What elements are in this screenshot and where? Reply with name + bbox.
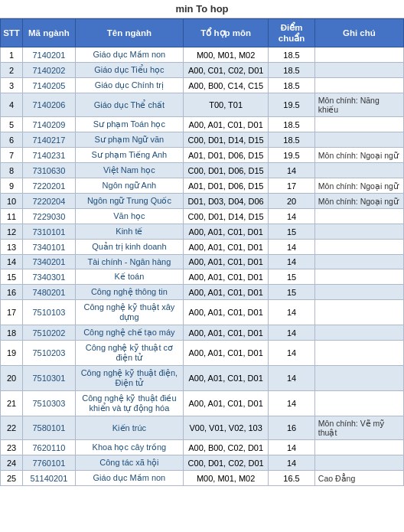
cell-ten: Công nghệ kỹ thuật điện, Điện tử <box>75 366 183 391</box>
cell-diem: 14 <box>269 209 315 224</box>
cell-diem: 18.5 <box>269 132 315 148</box>
cell-diem: 14 <box>269 240 315 255</box>
cell-ma: 7140201 <box>23 47 76 63</box>
cell-ghi <box>314 255 403 269</box>
table-row: 147340201Tài chính - Ngân hàngA00, A01, … <box>1 255 404 269</box>
cell-ghi <box>314 341 403 366</box>
cell-ma: 7340101 <box>23 240 76 255</box>
cell-ghi: Môn chính: Vẽ mỹ thuật <box>314 416 403 440</box>
cell-ghi <box>314 440 403 455</box>
table-row: 137340101Quản trị kinh doanhA00, A01, C0… <box>1 240 404 255</box>
table-row: 237620110Khoa học cây trồngA00, B00, C02… <box>1 440 404 455</box>
cell-ghi <box>314 163 403 178</box>
cell-diem: 14 <box>269 440 315 455</box>
table-row: 107220204Ngôn ngữ Trung QuốcD01, D03, D0… <box>1 194 404 209</box>
table-row: 217510303Công nghệ kỹ thuật điều khiển v… <box>1 391 404 416</box>
cell-ten: Công tác xã hội <box>75 455 183 471</box>
cell-stt: 20 <box>1 366 23 391</box>
cell-diem: 18.5 <box>269 78 315 93</box>
cell-diem: 19.5 <box>269 93 315 117</box>
cell-stt: 12 <box>1 224 23 240</box>
cell-tohop: A01, D01, D06, D15 <box>184 178 269 194</box>
cell-ten: Giáo dục Tiểu học <box>75 63 183 78</box>
cell-ten: Kiến trúc <box>75 416 183 440</box>
cell-tohop: A00, A01, C01, D01 <box>184 255 269 269</box>
cell-tohop: C00, D01, D14, D15 <box>184 132 269 148</box>
cell-tohop: C00, D01, D06, D15 <box>184 163 269 178</box>
cell-ghi <box>314 240 403 255</box>
cell-ma: 7140217 <box>23 132 76 148</box>
cell-ten: Tài chính - Ngân hàng <box>75 255 183 269</box>
cell-ten: Công nghệ chế tạo máy <box>75 325 183 341</box>
cell-ghi: Môn chính: Năng khiếu <box>314 93 403 117</box>
table-row: 67140217Sư phạm Ngữ vănC00, D01, D14, D1… <box>1 132 404 148</box>
cell-ghi <box>314 269 403 285</box>
cell-diem: 14 <box>269 366 315 391</box>
cell-stt: 6 <box>1 132 23 148</box>
cell-tohop: A00, A01, C01, D01 <box>184 269 269 285</box>
cell-ghi <box>314 391 403 416</box>
cell-ten: Giáo dục Mầm non <box>75 47 183 63</box>
cell-ma: 51140201 <box>23 471 76 486</box>
cell-tohop: A00, B00, C14, C15 <box>184 78 269 93</box>
cell-diem: 14 <box>269 325 315 341</box>
cell-stt: 25 <box>1 471 23 486</box>
cell-stt: 4 <box>1 93 23 117</box>
cell-ma: 7620110 <box>23 440 76 455</box>
cell-diem: 14 <box>269 255 315 269</box>
cell-ghi <box>314 132 403 148</box>
cell-stt: 11 <box>1 209 23 224</box>
cell-tohop: C00, D01, D14, D15 <box>184 209 269 224</box>
cell-ghi <box>314 78 403 93</box>
table-row: 247760101Công tác xã hộiC00, D01, C02, D… <box>1 455 404 471</box>
cell-tohop: A00, A01, C01, D01 <box>184 117 269 132</box>
cell-tohop: A01, D01, D06, D15 <box>184 148 269 163</box>
cell-tohop: D01, D03, D04, D06 <box>184 194 269 209</box>
cell-tohop: A00, A01, C01, D01 <box>184 341 269 366</box>
cell-ten: Sư phạm Tiếng Anh <box>75 148 183 163</box>
cell-ghi <box>314 455 403 471</box>
cell-stt: 9 <box>1 178 23 194</box>
cell-ma: 7760101 <box>23 455 76 471</box>
cell-ma: 7510301 <box>23 366 76 391</box>
cell-tohop: A00, A01, C01, D01 <box>184 240 269 255</box>
table-row: 187510202Công nghệ chế tạo máyA00, A01, … <box>1 325 404 341</box>
cell-ten: Kế toán <box>75 269 183 285</box>
cell-diem: 14 <box>269 163 315 178</box>
cell-ten: Quản trị kinh doanh <box>75 240 183 255</box>
cell-stt: 18 <box>1 325 23 341</box>
cell-ghi <box>314 325 403 341</box>
cell-tohop: A00, A01, C01, D01 <box>184 224 269 240</box>
cell-ma: 7140202 <box>23 63 76 78</box>
cell-stt: 2 <box>1 63 23 78</box>
table-row: 127310101Kinh tếA00, A01, C01, D0115 <box>1 224 404 240</box>
cell-ghi: Môn chính: Ngoại ngữ <box>314 148 403 163</box>
cell-stt: 23 <box>1 440 23 455</box>
cell-ten: Kinh tế <box>75 224 183 240</box>
cell-ma: 7229030 <box>23 209 76 224</box>
cell-ma: 7140209 <box>23 117 76 132</box>
table-row: 87310630Việt Nam họcC00, D01, D06, D1514 <box>1 163 404 178</box>
table-row: 197510203Công nghệ kỹ thuật cơ điện tửA0… <box>1 341 404 366</box>
cell-ghi <box>314 366 403 391</box>
cell-ma: 7220201 <box>23 178 76 194</box>
cell-ghi: Cao Đẳng <box>314 471 403 486</box>
cell-ten: Giáo dục Thể chất <box>75 93 183 117</box>
cell-ma: 7340301 <box>23 269 76 285</box>
cell-diem: 14 <box>269 300 315 325</box>
cell-ma: 7310630 <box>23 163 76 178</box>
table-row: 117229030Văn họcC00, D01, D14, D1514 <box>1 209 404 224</box>
cell-tohop: A00, A01, C01, D01 <box>184 391 269 416</box>
cell-ghi <box>314 300 403 325</box>
cell-ten: Văn học <box>75 209 183 224</box>
cell-tohop: A00, C01, C02, D01 <box>184 63 269 78</box>
cell-tohop: A00, A01, C01, D01 <box>184 285 269 300</box>
cell-stt: 5 <box>1 117 23 132</box>
cell-diem: 15 <box>269 285 315 300</box>
cell-diem: 19.5 <box>269 148 315 163</box>
cell-diem: 17 <box>269 178 315 194</box>
cell-ma: 7510103 <box>23 300 76 325</box>
cell-diem: 18.5 <box>269 63 315 78</box>
table-row: 2551140201Giáo dục Mầm nonM00, M01, M021… <box>1 471 404 486</box>
table-row: 167480201Công nghệ thông tinA00, A01, C0… <box>1 285 404 300</box>
